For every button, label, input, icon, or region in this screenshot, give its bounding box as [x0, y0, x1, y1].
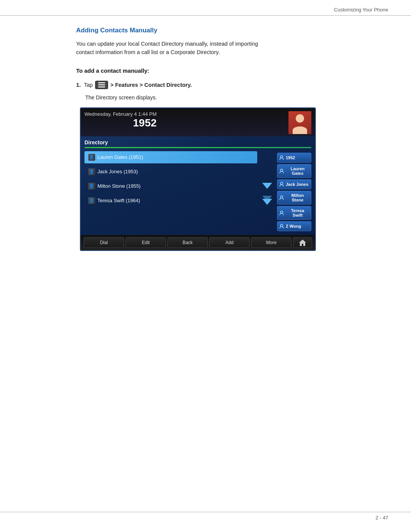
subsection-title: To add a contact manually:	[76, 67, 365, 74]
step-1-row: 1. Tap > Features > Contact Directory.	[76, 81, 365, 89]
contact-item-0[interactable]: Lauren Gates (1951)	[84, 151, 257, 163]
phone-toolbar: Dial Edit Back Add More	[81, 235, 315, 250]
phone-header-top: Wednesday, February 4 1:44 PM 1952	[84, 111, 311, 134]
svg-point-9	[280, 196, 283, 198]
menu-button-icon[interactable]	[95, 81, 108, 89]
toolbar-btn-add[interactable]: Add	[209, 237, 250, 248]
svg-marker-3	[262, 183, 272, 189]
contact-item-3[interactable]: Teresa Swift (1964)	[84, 195, 257, 207]
side-btn-milton[interactable]: Milton Stone	[277, 191, 311, 204]
side-btn-teresa[interactable]: Teresa Swift	[277, 206, 311, 220]
contact-name-1: Jack Jones (1953)	[97, 169, 138, 174]
contact-name-3: Teresa Swift (1964)	[97, 198, 140, 203]
section-title: Adding Contacts Manually	[76, 27, 365, 34]
svg-rect-1	[98, 84, 105, 85]
avatar-face	[288, 111, 311, 134]
contact-list: Lauren Gates (1951) Jack Jones (1953) Mi…	[84, 151, 257, 231]
contact-icon-1	[88, 168, 95, 175]
side-btn-lauren-label: Lauren Gates	[286, 166, 309, 176]
contact-icon-0	[88, 154, 95, 161]
page-header: Customizing Your Phone	[334, 7, 388, 13]
contact-icon-3	[88, 197, 95, 204]
svg-rect-0	[98, 82, 105, 83]
side-btn-jack-label: Jack Jones	[286, 182, 308, 187]
toolbar-home-btn[interactable]	[293, 237, 312, 248]
side-btn-milton-label: Milton Stone	[286, 193, 309, 202]
side-btn-lauren[interactable]: Lauren Gates	[277, 164, 311, 178]
svg-point-11	[280, 224, 283, 227]
scroll-down-arrow-2[interactable]	[260, 194, 274, 208]
main-content: Adding Contacts Manually You can update …	[76, 27, 365, 251]
phone-extension: 1952	[84, 117, 157, 129]
svg-point-8	[280, 182, 283, 185]
directory-line	[84, 147, 311, 148]
step-tap-word: Tap	[84, 82, 93, 88]
side-buttons: 1952 Lauren Gates Jack Jones	[277, 151, 311, 231]
side-btn-1952[interactable]: 1952	[277, 153, 311, 163]
contact-item-2[interactable]: Milton Stone (1955)	[84, 180, 257, 192]
contact-list-area: Lauren Gates (1951) Jack Jones (1953) Mi…	[81, 151, 315, 231]
scroll-down-arrow[interactable]	[260, 179, 274, 192]
toolbar-btn-back[interactable]: Back	[167, 237, 208, 248]
toolbar-btn-more[interactable]: More	[251, 237, 292, 248]
toolbar-btn-dial[interactable]: Dial	[84, 237, 124, 248]
svg-marker-12	[299, 240, 306, 246]
contact-name-2: Milton Stone (1955)	[97, 183, 140, 189]
contact-icon-2	[88, 183, 95, 190]
toolbar-btn-edit[interactable]: Edit	[126, 237, 166, 248]
side-btn-jack[interactable]: Jack Jones	[277, 179, 311, 189]
contact-item-1[interactable]: Jack Jones (1953)	[84, 166, 257, 178]
directory-bar: Directory	[81, 136, 315, 147]
directory-label: Directory	[84, 139, 108, 145]
svg-point-6	[280, 156, 283, 158]
side-btn-zwong[interactable]: Z Wong	[277, 221, 311, 231]
svg-point-7	[280, 169, 283, 171]
step-note: The Directory screen displays.	[85, 94, 365, 101]
step-number: 1.	[76, 81, 81, 88]
top-rule	[0, 15, 411, 16]
contact-name-0: Lauren Gates (1951)	[97, 154, 143, 160]
step-label: > Features > Contact Directory.	[110, 82, 192, 88]
body-line2: contact information from a call list or …	[76, 49, 220, 55]
phone-screen: Wednesday, February 4 1:44 PM 1952 Direc…	[80, 107, 316, 251]
phone-header: Wednesday, February 4 1:44 PM 1952	[81, 108, 315, 136]
side-btn-1952-label: 1952	[286, 155, 295, 160]
page-footer: 2 - 47	[376, 515, 388, 521]
side-btn-teresa-label: Teresa Swift	[286, 208, 309, 217]
bottom-rule	[0, 512, 411, 512]
scroll-arrows	[260, 151, 274, 231]
svg-rect-2	[98, 86, 105, 88]
body-line1: You can update your local Contact Direct…	[76, 41, 258, 47]
side-btn-zwong-label: Z Wong	[286, 224, 301, 228]
section-body: You can update your local Contact Direct…	[76, 40, 365, 57]
avatar	[288, 111, 311, 134]
phone-datetime: Wednesday, February 4 1:44 PM 1952	[84, 111, 157, 129]
svg-point-10	[280, 211, 283, 213]
